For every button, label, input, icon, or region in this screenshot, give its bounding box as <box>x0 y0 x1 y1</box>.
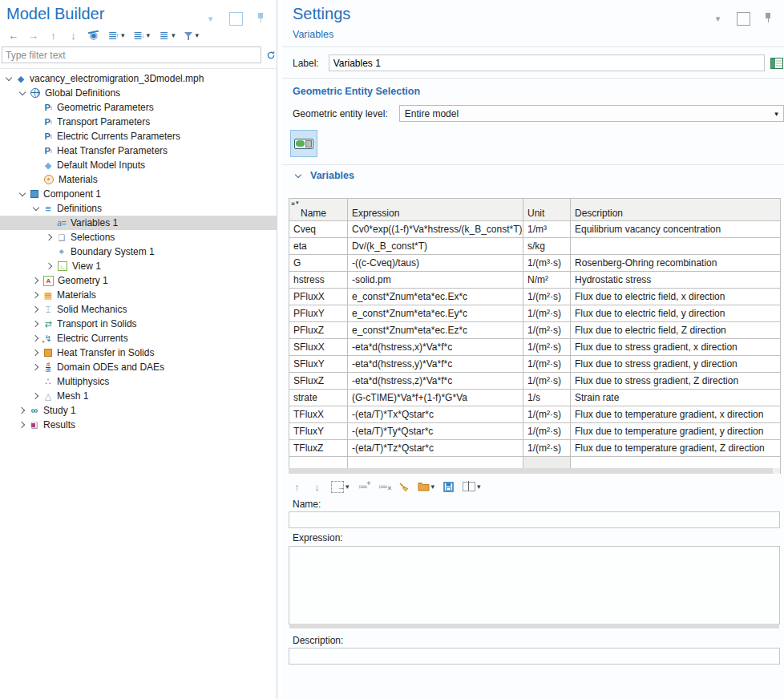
cell-expression[interactable]: Dv/(k_B_const*T) <box>348 238 523 255</box>
variables-section-header[interactable]: Variables <box>293 170 354 181</box>
cell-expression[interactable]: -(eta/T)*Ty*Qstar*c <box>348 423 523 440</box>
tree-chevron-icon[interactable] <box>30 390 42 402</box>
cell-description[interactable]: Strain rate <box>571 390 781 406</box>
clear-table-button[interactable] <box>395 479 412 495</box>
cell-unit[interactable]: 1/s <box>523 390 571 406</box>
active-toggle-button[interactable] <box>290 130 317 157</box>
tree-item-mesh-1[interactable]: Mesh 1 <box>0 389 277 403</box>
float-button[interactable] <box>227 10 245 27</box>
cell-name[interactable]: PFluxY <box>289 305 348 322</box>
cell-unit[interactable]: 1/(m²·s) <box>523 339 571 356</box>
tree-chevron-icon[interactable] <box>30 362 42 373</box>
tree-chevron-icon[interactable] <box>17 188 28 200</box>
expand-all-button[interactable] <box>131 28 153 43</box>
cell-name[interactable]: SFluxY <box>289 356 348 373</box>
cell-expression[interactable]: -eta*d(hstress,z)*Va*f*c <box>348 373 523 390</box>
cell-unit[interactable]: 1/(m²·s) <box>523 440 571 457</box>
cell-name[interactable]: hstress <box>289 272 348 289</box>
tree-chevron-icon[interactable] <box>3 73 14 84</box>
cell-name[interactable]: SFluxX <box>289 339 348 356</box>
show-button[interactable] <box>85 28 102 43</box>
label-input[interactable] <box>329 55 765 71</box>
tree-item-solid-mechanics[interactable]: Solid Mechanics <box>0 302 277 317</box>
cell-description[interactable]: Flux due to electric field, Z direction <box>571 322 781 339</box>
menu-down-button[interactable] <box>202 11 219 26</box>
tree-item-domain-odes-and-daes[interactable]: Domain ODEs and DAEs <box>0 360 277 374</box>
move-to-button[interactable] <box>329 479 352 495</box>
tree-item-definitions[interactable]: Definitions <box>0 201 277 216</box>
tree-item-heat-transfer-in-solids[interactable]: Heat Transfer in Solids <box>0 345 277 360</box>
cell-description[interactable]: Flux due to stress gradient, Z direction <box>571 373 781 390</box>
tree-chevron-icon[interactable] <box>17 405 28 416</box>
cell-unit[interactable]: N/m² <box>523 272 571 289</box>
pin-button[interactable] <box>761 11 778 26</box>
tree-chevron-icon[interactable] <box>30 318 42 329</box>
cell-name[interactable]: PFluxX <box>289 289 348 305</box>
cell-expression[interactable]: Cv0*exp((1-f)*Va*hstress/(k_B_const*T)) <box>348 221 523 238</box>
tree-item-transport-in-solids[interactable]: Transport in Solids <box>0 317 277 331</box>
tree-chevron-icon[interactable] <box>30 333 42 344</box>
tree-item-results[interactable]: Results <box>0 418 277 432</box>
move-up-button[interactable] <box>45 28 62 43</box>
tree-item-view-1[interactable]: View 1 <box>0 259 277 273</box>
cell-unit[interactable]: 1/(m²·s) <box>523 322 571 339</box>
move-down-button[interactable] <box>65 28 82 43</box>
cell-expression[interactable]: -(eta/T)*Tx*Qstar*c <box>348 406 523 423</box>
tree-chevron-icon[interactable] <box>44 232 55 243</box>
edit-field-button[interactable] <box>460 480 483 493</box>
geometric-entity-level-select[interactable]: Entire model <box>399 105 784 122</box>
expression-input[interactable] <box>289 546 780 624</box>
cell-expression[interactable]: (G-cTIME)*Va*f+(1-f)*G*Va <box>348 390 523 406</box>
tree-chevron-icon[interactable] <box>30 347 42 358</box>
cell-unit[interactable]: 1/(m²·s) <box>523 373 571 390</box>
cell-description[interactable]: Flux due to temperature gradient, x dire… <box>571 406 781 423</box>
add-row-button[interactable] <box>355 479 372 495</box>
pin-button[interactable] <box>253 11 270 26</box>
cell-name[interactable]: PFluxZ <box>289 322 348 339</box>
cell-description[interactable] <box>571 238 781 255</box>
cell-name[interactable]: Cveq <box>289 221 348 238</box>
tree-item-materials[interactable]: Materials <box>0 288 277 302</box>
tree-chevron-icon[interactable] <box>44 261 55 272</box>
filter-input[interactable] <box>2 46 261 63</box>
tree-chevron-icon[interactable] <box>30 289 42 301</box>
cell-unit[interactable]: 1/(m²·s) <box>523 305 571 322</box>
cell-expression[interactable]: e_const*Znum*eta*ec.Ey*c <box>348 305 523 322</box>
column-header-description[interactable]: Description <box>571 199 781 221</box>
cell-unit[interactable]: 1/(m²·s) <box>523 289 571 305</box>
cell-expression[interactable]: -(eta/T)*Tz*Qstar*c <box>348 440 523 457</box>
cell-expression[interactable]: -eta*d(hstress,y)*Va*f*c <box>348 356 523 373</box>
tree-chevron-icon[interactable] <box>17 87 28 99</box>
tree-item-electric-currents-parameters[interactable]: Electric Currents Parameters <box>0 129 277 143</box>
column-header-unit[interactable]: Unit <box>523 199 571 221</box>
cell-description[interactable]: Flux due to temperature gradient, y dire… <box>571 423 781 440</box>
tree-item-study-1[interactable]: Study 1 <box>0 403 277 418</box>
save-file-button[interactable] <box>440 479 457 495</box>
menu-down-button[interactable] <box>709 11 726 26</box>
expression-horizontal-scrollbar[interactable] <box>289 624 779 628</box>
cell-unit[interactable]: 1/(m³·s) <box>523 255 571 272</box>
tree-item-boundary-system-1[interactable]: Boundary System 1 <box>0 244 277 259</box>
cell-description[interactable]: Flux due to stress gradient, x direction <box>571 339 781 356</box>
tree-item-multiphysics[interactable]: Multiphysics <box>0 374 277 389</box>
cell-expression[interactable]: e_const*Znum*eta*ec.Ez*c <box>348 322 523 339</box>
cell-unit[interactable]: 1/(m²·s) <box>523 406 571 423</box>
cell-name[interactable]: G <box>289 255 348 272</box>
node-text-button[interactable] <box>156 28 178 43</box>
tree-chevron-icon[interactable] <box>30 275 42 286</box>
settings-subtitle[interactable]: Variables <box>293 29 333 40</box>
tree-item-component-1[interactable]: Component 1 <box>0 187 277 201</box>
note-table-button[interactable] <box>770 57 784 70</box>
cell-name[interactable]: TFluxZ <box>289 440 348 457</box>
tree-item-geometry-1[interactable]: Geometry 1 <box>0 273 277 288</box>
column-header-expression[interactable]: Expression <box>348 199 523 221</box>
name-input[interactable] <box>289 511 780 528</box>
cell-name[interactable]: TFluxY <box>289 423 348 440</box>
float-button[interactable] <box>734 10 753 27</box>
tree-chevron-icon[interactable] <box>30 304 42 315</box>
move-down-button[interactable] <box>309 479 325 495</box>
cell-expression[interactable]: e_const*Znum*eta*ec.Ex*c <box>348 289 523 305</box>
cell-expression[interactable]: -eta*d(hstress,x)*Va*f*c <box>348 339 523 356</box>
cell-name[interactable]: eta <box>289 238 348 255</box>
tree-item-vacancy-electromigration-3dmodel-mph[interactable]: vacancy_electromigration_3Dmodel.mph <box>0 71 277 86</box>
